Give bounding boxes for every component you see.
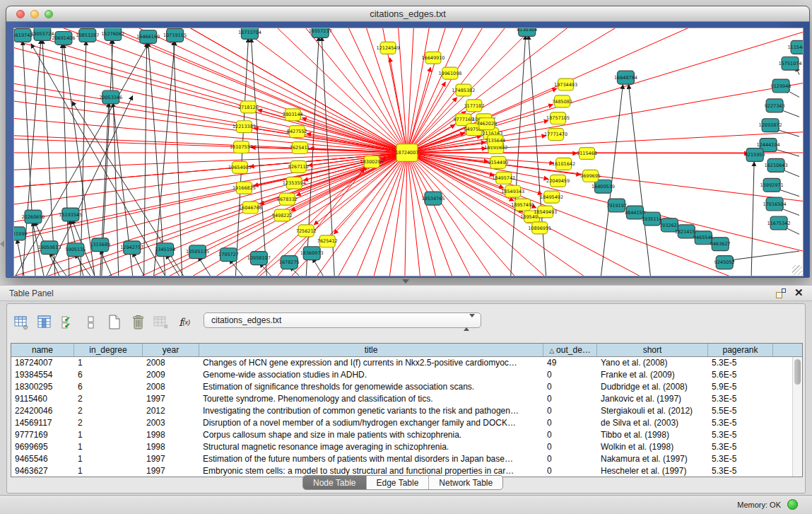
graph-node[interactable]: 9115460	[577, 148, 597, 160]
table-cell[interactable]: 2009	[143, 369, 199, 381]
graph-node[interactable]: 19059813	[37, 241, 61, 255]
graph-node[interactable]: 2718126	[238, 101, 259, 113]
deselect-all-icon[interactable]	[83, 314, 100, 331]
graph-node[interactable]: 8427552	[287, 126, 307, 138]
table-cell[interactable]: 9465546	[11, 453, 74, 465]
graph-edge[interactable]	[133, 252, 144, 276]
table-cell[interactable]: Nakamura et al. (1997)	[597, 453, 708, 465]
table-row[interactable]: 977716911998Corpus callosum shape and si…	[11, 429, 792, 441]
table-selector-dropdown[interactable]: citations_edges.txt	[204, 313, 481, 328]
table-options-icon[interactable]: ⚙	[13, 314, 30, 331]
table-cell[interactable]: 2	[74, 405, 143, 417]
graph-node[interactable]: 18757105	[546, 112, 570, 124]
table-cell[interactable]: Tourette syndrome. Phenomenology and cla…	[199, 393, 543, 405]
graph-edge[interactable]	[511, 35, 526, 276]
column-header-short[interactable]: short	[597, 344, 708, 356]
graph-node[interactable]: 7625411	[290, 142, 310, 154]
graph-node[interactable]: 18495742	[492, 172, 515, 184]
graph-node[interactable]: 19654985	[228, 161, 252, 173]
graph-node[interactable]: 17771470	[544, 129, 567, 141]
table-cell[interactable]: 5.6E-5	[708, 369, 773, 381]
graph-node[interactable]: 19961098	[438, 67, 461, 79]
table-cell[interactable]: 2008	[143, 381, 199, 393]
column-header-title[interactable]: title	[199, 344, 543, 356]
table-cell[interactable]: 5.9E-5	[708, 381, 773, 393]
select-all-icon[interactable]: ✔✔	[59, 314, 76, 331]
network-window-titlebar[interactable]: citations_edges.txt	[6, 6, 809, 22]
table-cell[interactable]: 0	[543, 417, 597, 429]
graph-node[interactable]: 5905135	[65, 243, 86, 257]
table-cell[interactable]: Disruption of a novel member of a sodium…	[199, 417, 543, 429]
graph-node[interactable]: 9463627	[710, 238, 731, 251]
table-cell[interactable]: 0	[543, 429, 597, 441]
graph-node[interactable]: 16466160	[136, 30, 160, 43]
graph-node[interactable]: 9699695	[580, 170, 601, 182]
table-cell[interactable]: Tibbo et al. (1998)	[597, 429, 708, 441]
table-cell[interactable]: 0	[543, 405, 597, 417]
table-cell[interactable]: 6	[74, 381, 143, 393]
graph-node[interactable]: 12124549	[377, 42, 400, 54]
graph-node[interactable]: 15193545	[59, 208, 82, 221]
graph-node[interactable]: 16210643	[765, 158, 788, 172]
select-columns-icon[interactable]	[36, 314, 53, 331]
table-cell[interactable]: 1997	[143, 453, 199, 465]
table-cell[interactable]: 9777169	[11, 429, 74, 441]
table-cell[interactable]: Genome-wide association studies in ADHD.	[199, 369, 543, 381]
graph-node[interactable]: 19055724	[30, 28, 54, 40]
table-cell[interactable]: 1997	[143, 393, 199, 405]
graph-node[interactable]: 8267110	[288, 160, 309, 173]
table-cell[interactable]: 6	[74, 369, 143, 381]
table-cell[interactable]: Structural magnetic resonance image aver…	[199, 441, 543, 453]
table-cell[interactable]: 1997	[143, 465, 199, 477]
table-cell[interactable]: 1	[74, 465, 143, 477]
table-cell[interactable]: 5.3E-5	[708, 453, 773, 465]
table-cell[interactable]: 5.3E-5	[708, 441, 773, 453]
table-cell[interactable]: Dudbridge et al. (2008)	[597, 381, 708, 393]
network-graph[interactable]: 8619742190557242069140610853287152760621…	[14, 28, 803, 276]
create-column-icon[interactable]	[106, 314, 123, 331]
table-cell[interactable]: 9463627	[11, 465, 74, 477]
graph-node[interactable]: 9215953	[745, 148, 765, 162]
table-cell[interactable]: 2008	[143, 357, 199, 369]
table-cell[interactable]: 0	[543, 465, 597, 477]
tab-edge-table[interactable]: Edge Table	[367, 476, 430, 489]
table-row[interactable]: 1456911722003Disruption of a novel membe…	[11, 417, 792, 429]
column-header-in-degree[interactable]: in_degree	[74, 344, 143, 356]
graph-node[interactable]: 16649910	[421, 52, 445, 64]
table-cell[interactable]: 0	[543, 393, 597, 405]
delete-columns-icon[interactable]	[129, 314, 146, 331]
table-cell[interactable]: Estimation of the future numbers of pati…	[199, 453, 543, 465]
table-cell[interactable]: Stergiakouli et al. (2012)	[597, 405, 708, 417]
graph-node[interactable]: 9154499	[488, 156, 508, 168]
graph-edge[interactable]	[296, 153, 407, 196]
table-cell[interactable]: 18724007	[11, 357, 74, 369]
graph-node[interactable]: 20260650	[21, 210, 45, 223]
graph-node[interactable]: 20691406	[52, 31, 75, 45]
table-cell[interactable]: Changes of HCN gene expression and I(f) …	[199, 357, 543, 369]
table-cell[interactable]: 19384554	[11, 369, 74, 381]
column-header-year[interactable]: year	[143, 344, 199, 356]
table-cell[interactable]: 1	[74, 429, 143, 441]
graph-node[interactable]: 15276062	[101, 28, 124, 40]
table-cell[interactable]: 9115460	[11, 393, 74, 405]
panel-collapse-arrow-icon[interactable]	[0, 240, 4, 247]
table-cell[interactable]: 2	[74, 417, 143, 429]
graph-edge[interactable]	[14, 28, 407, 153]
graph-edge[interactable]	[312, 258, 323, 276]
graph-node[interactable]: 17016504	[763, 197, 787, 211]
graph-node[interactable]: 1315689	[90, 238, 110, 252]
column-header-name[interactable]: name	[11, 344, 74, 356]
table-cell[interactable]: 9699695	[11, 441, 74, 453]
graph-node[interactable]: 16557237	[309, 28, 332, 37]
splitter-handle[interactable]	[402, 279, 409, 284]
graph-edge[interactable]	[751, 162, 754, 276]
function-builder-icon[interactable]: f(x)	[176, 314, 193, 331]
table-cell[interactable]: 5.5E-5	[708, 405, 773, 417]
table-cell[interactable]: 0	[543, 369, 597, 381]
table-row[interactable]: 969969511998Structural magnetic resonanc…	[11, 441, 792, 453]
scrollbar-thumb[interactable]	[794, 359, 801, 385]
table-vertical-scrollbar[interactable]	[792, 357, 802, 477]
table-cell[interactable]: Hescheler et al. (1997)	[597, 465, 708, 477]
graph-node[interactable]: 15751074	[779, 57, 802, 70]
graph-node[interactable]: 10958107	[247, 252, 271, 265]
